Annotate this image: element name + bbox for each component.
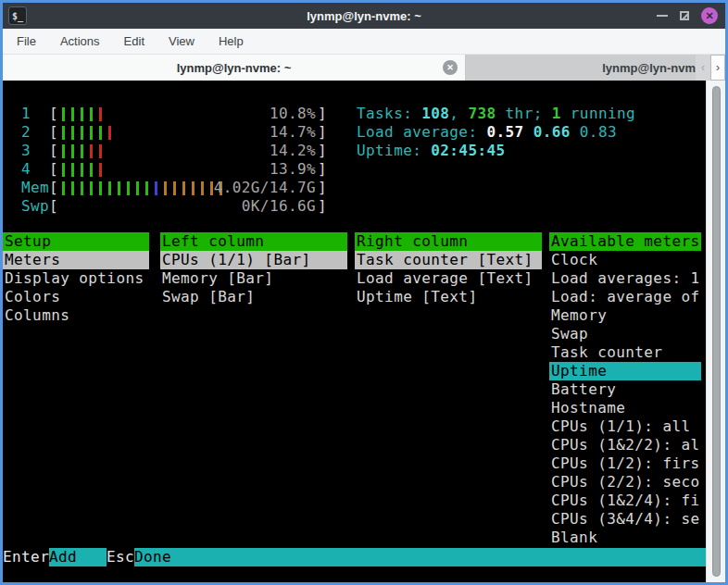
panel-item[interactable]: Meters <box>3 251 149 269</box>
meter-tick <box>95 126 105 140</box>
meter-tick <box>77 107 86 121</box>
panel-available-meters: Available metersClockLoad averages: 1Loa… <box>549 232 701 547</box>
meter-tick <box>169 181 179 195</box>
panel-item[interactable]: Swap [Bar] <box>160 288 347 306</box>
load-average-line: Load average: 0.57 0.66 0.83 <box>357 123 635 142</box>
htop-meters: 1[10.8%]2[14.7%]3[14.2%]4[13.9%]Mem[4.02… <box>21 105 327 216</box>
tab-inactive[interactable]: lynmp@lyn-nvm <box>466 55 696 81</box>
meter-bracket-close: ] <box>318 179 327 197</box>
panel-header-left-column: Left column <box>160 232 347 251</box>
panel-item[interactable]: Load averages: 1 <box>549 269 701 288</box>
tab-inactive-title: lynmp@lyn-nvm <box>602 61 696 75</box>
meter-bracket-open: [ <box>49 105 58 123</box>
meter-tick <box>95 144 105 158</box>
meter-value: 14.7% <box>270 123 316 142</box>
panel-item[interactable]: Uptime [Text] <box>355 288 542 306</box>
meter-tick <box>77 163 86 177</box>
meter-tick <box>77 126 86 140</box>
panel-item[interactable]: CPUs (2/2): seco <box>549 473 701 492</box>
meter-tick <box>86 126 95 140</box>
panel-item[interactable]: Display options <box>3 269 149 288</box>
fn-key-esc[interactable]: Esc <box>107 548 134 566</box>
panel-header-setup: Setup <box>3 232 149 251</box>
fn-key-enter[interactable]: Enter <box>3 548 49 566</box>
htop-function-bar: EnterAddEscDone <box>3 548 706 566</box>
menu-item-file[interactable]: File <box>17 34 36 48</box>
panel-item[interactable]: Swap <box>549 325 701 343</box>
meter-bracket-open: [ <box>49 179 58 197</box>
meter-row-1: 1[10.8%] <box>21 105 327 123</box>
meter-bar: 10.8% <box>58 105 318 123</box>
panel-item[interactable]: CPUs (3&4/4): se <box>549 510 701 529</box>
menu-item-actions[interactable]: Actions <box>60 34 100 48</box>
panel-item[interactable]: Load average [Text] <box>355 269 542 288</box>
meter-tick <box>68 107 77 121</box>
meter-value: 0K/16.6G <box>242 197 316 216</box>
panel-item[interactable]: Task counter <box>549 343 701 362</box>
meter-bar: 4.02G/14.7G <box>58 179 318 197</box>
tab-scroll-left-icon[interactable]: ‹ <box>696 55 710 81</box>
fn-action-add[interactable]: Add <box>49 548 107 566</box>
minimize-icon[interactable] <box>657 15 668 17</box>
panel-item[interactable]: Colors <box>3 288 149 306</box>
meter-label: Swp <box>21 197 49 216</box>
scrollbar-thumb[interactable] <box>712 86 721 577</box>
meter-tick <box>188 181 197 195</box>
meter-tick <box>142 181 151 195</box>
meter-value: 10.8% <box>270 105 316 123</box>
panel-item[interactable]: CPUs (1&2/2): al <box>549 436 701 454</box>
tab-scroll-right-icon[interactable]: › <box>710 55 725 81</box>
meter-label: Mem <box>21 179 49 197</box>
meter-tick <box>123 181 132 195</box>
meter-value: 13.9% <box>270 160 316 179</box>
tasks-line: Tasks: 108, 738 thr; 1 running <box>357 105 635 123</box>
meter-bracket-open: [ <box>49 142 58 160</box>
close-icon[interactable]: ✕ <box>701 7 718 24</box>
meter-bracket-close: ] <box>318 105 327 123</box>
menu-item-edit[interactable]: Edit <box>124 34 144 48</box>
meter-bracket-open: [ <box>49 197 58 216</box>
fn-action-done[interactable]: Done <box>134 548 706 566</box>
panel-item[interactable]: Blank <box>549 529 701 547</box>
meter-tick <box>86 163 95 177</box>
panel-item[interactable]: Memory <box>549 306 701 325</box>
panel-right-column: Right columnTask counter [Text]Load aver… <box>355 232 542 306</box>
meter-tick <box>86 144 95 158</box>
menu-item-view[interactable]: View <box>169 34 195 48</box>
meter-tick <box>68 144 77 158</box>
tab-active-title: lynmp@lyn-nvme: ~ <box>177 61 292 75</box>
terminal-screen: 1[10.8%]2[14.7%]3[14.2%]4[13.9%]Mem[4.02… <box>3 81 725 582</box>
window-title: lynmp@lyn-nvme: ~ <box>3 9 725 23</box>
panel-item[interactable]: Task counter [Text] <box>355 251 542 269</box>
panel-item[interactable]: Battery <box>549 380 701 399</box>
panel-item[interactable]: Hostname <box>549 399 701 417</box>
meter-tick <box>95 163 105 177</box>
meter-bracket-open: [ <box>49 160 58 179</box>
uptime-line: Uptime: 02:45:45 <box>357 142 635 160</box>
menu-item-help[interactable]: Help <box>219 34 244 48</box>
meter-label: 4 <box>21 160 49 179</box>
menu-bar: FileActionsEditViewHelp <box>3 29 725 55</box>
panel-item[interactable]: Uptime <box>549 362 701 380</box>
panel-item[interactable]: CPUs (1/1) [Bar] <box>160 251 347 269</box>
meter-bracket-close: ] <box>318 197 327 216</box>
meter-row-mem: Mem[4.02G/14.7G] <box>21 179 327 197</box>
tab-close-icon[interactable]: ✕ <box>443 60 458 75</box>
terminal-scrollbar[interactable] <box>706 81 725 582</box>
panel-item[interactable]: Memory [Bar] <box>160 269 347 288</box>
meter-row-4: 4[13.9%] <box>21 160 327 179</box>
meter-tick <box>95 181 105 195</box>
restore-icon[interactable] <box>680 11 689 20</box>
panel-item[interactable]: Load: average of <box>549 288 701 306</box>
panel-setup: SetupMetersDisplay optionsColorsColumns <box>3 232 149 325</box>
panel-item[interactable]: CPUs (1/2): firs <box>549 454 701 473</box>
panel-item[interactable]: CPUs (1/1): all <box>549 417 701 436</box>
meter-bracket-close: ] <box>318 123 327 142</box>
htop-info-column: Tasks: 108, 738 thr; 1 runningLoad avera… <box>357 105 635 160</box>
panel-item[interactable]: Columns <box>3 306 149 325</box>
panel-item[interactable]: CPUs (1&2/4): fi <box>549 492 701 510</box>
panel-item[interactable]: Clock <box>549 251 701 269</box>
meter-label: 2 <box>21 123 49 142</box>
tab-active[interactable]: lynmp@lyn-nvme: ~ ✕ <box>3 55 466 81</box>
meter-tick <box>95 107 105 121</box>
